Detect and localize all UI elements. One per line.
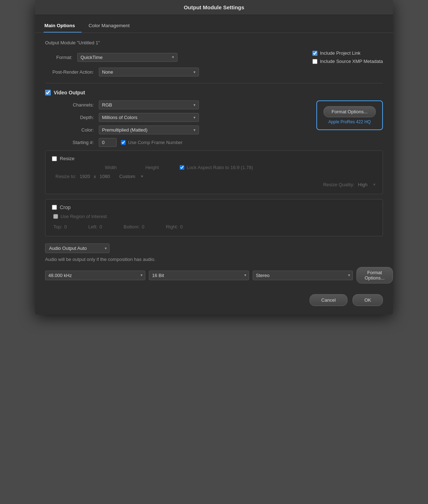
ok-button[interactable]: OK — [352, 294, 383, 306]
bottom-label: Bottom: — [123, 224, 140, 229]
depth-select[interactable]: Millions of Colors Millions of Colors+ T… — [99, 113, 199, 122]
color-label: Color: — [45, 127, 99, 133]
resize-labels-row: Width Height Lock Aspect Ratio to 16:9 (… — [52, 165, 376, 170]
format-hint: Apple ProRes 422 HQ — [328, 119, 371, 124]
channels-select[interactable]: RGB RGBA Alpha — [99, 100, 199, 109]
crop-section: Crop Use Region of Interest Top: 0 Left:… — [45, 199, 383, 236]
channels-label: Channels: — [45, 102, 99, 108]
use-comp-frame-checkbox[interactable] — [121, 140, 126, 145]
crop-values-row: Top: 0 Left: 0 Bottom: 0 Right: 0 — [53, 224, 376, 229]
post-render-select[interactable]: None Import Import & Replace Usage Set P… — [99, 68, 199, 76]
use-comp-frame-label: Use Comp Frame Number — [128, 140, 183, 145]
format-options-button[interactable]: Format Options... — [324, 106, 376, 117]
crop-header: Crop — [52, 204, 376, 210]
format-select[interactable]: QuickTime AVI H.264 PNG — [77, 53, 177, 62]
include-source-xmp-row: Include Source XMP Metadata — [312, 59, 383, 64]
format-select-wrapper: QuickTime AVI H.264 PNG — [77, 53, 177, 62]
resize-x-label: x — [94, 174, 96, 179]
crop-left: Left: 0 — [88, 224, 102, 229]
video-output-checkbox[interactable] — [45, 90, 51, 95]
tab-color-management[interactable]: Color Management — [88, 20, 136, 33]
bottom-buttons: Cancel OK — [45, 294, 383, 306]
sample-rate-wrapper: 48.000 kHz 44.100 kHz 96.000 kHz — [45, 271, 145, 280]
include-project-link-label: Include Project Link — [320, 50, 360, 56]
audio-channels-select[interactable]: Stereo Mono 5.1 — [253, 271, 353, 280]
dialog-title: Output Module Settings — [35, 0, 393, 15]
bit-depth-wrapper: 16 Bit 8 Bit 24 Bit — [149, 271, 249, 280]
starting-num-row: Starting #: Use Comp Frame Number — [45, 138, 199, 147]
include-project-link-checkbox[interactable] — [312, 51, 317, 56]
crop-right: Right: 0 — [166, 224, 183, 229]
lock-aspect-label: Lock Aspect Ratio to 16:9 (1.78) — [187, 165, 253, 170]
main-content: Output Module "Untitled 1" Format: Quick… — [35, 40, 393, 315]
audio-dropdown-row: Audio Output Auto Audio Output On Audio … — [45, 243, 383, 253]
crop-bottom: Bottom: 0 — [123, 224, 144, 229]
width-header: Width — [105, 165, 117, 170]
bottom-value: 0 — [142, 224, 144, 229]
depth-row: Depth: Millions of Colors Millions of Co… — [45, 113, 199, 122]
resize-label: Resize — [60, 156, 74, 161]
tab-main-options[interactable]: Main Options — [44, 20, 82, 33]
format-label: Format: — [45, 55, 77, 60]
sample-rate-select[interactable]: 48.000 kHz 44.100 kHz 96.000 kHz — [45, 271, 145, 280]
audio-channels-wrapper: Stereo Mono 5.1 — [253, 271, 353, 280]
audio-note: Audio will be output only if the composi… — [45, 257, 383, 262]
use-roi-label: Use Region of Interest — [60, 214, 107, 219]
height-header: Height — [145, 165, 159, 170]
resize-width-value: 1920 — [80, 174, 90, 179]
depth-label: Depth: — [45, 115, 99, 120]
crop-checkbox[interactable] — [52, 205, 57, 210]
lock-aspect-checkbox[interactable] — [180, 165, 184, 170]
lock-aspect-row: Lock Aspect Ratio to 16:9 (1.78) — [180, 165, 253, 170]
audio-output-select[interactable]: Audio Output Auto Audio Output On Audio … — [45, 243, 110, 253]
quality-value: High — [358, 182, 368, 187]
crop-top: Top: 0 — [53, 224, 67, 229]
resize-section: Resize Width Height Lock Aspect Ratio to… — [45, 150, 383, 194]
post-render-label: Post-Render Action: — [45, 69, 99, 75]
starting-num-input[interactable] — [99, 138, 117, 147]
use-roi-checkbox[interactable] — [53, 214, 58, 219]
include-source-xmp-checkbox[interactable] — [312, 59, 317, 64]
output-module-dialog: Output Module Settings Main Options Colo… — [35, 0, 393, 315]
left-label: Left: — [88, 224, 97, 229]
resize-header: Resize — [52, 156, 376, 161]
divider-1 — [45, 83, 383, 83]
resize-checkbox[interactable] — [52, 156, 57, 161]
color-select[interactable]: Premultiplied (Matted) Straight (Unmatte… — [99, 125, 199, 134]
quality-label: Resize Quality: — [323, 182, 354, 187]
audio-output-select-wrapper: Audio Output Auto Audio Output On Audio … — [45, 243, 110, 253]
use-comp-frame-row: Use Comp Frame Number — [121, 140, 183, 145]
resize-to-label: Resize to: — [55, 174, 76, 179]
video-output-label: Video Output — [54, 90, 85, 95]
starting-num-label: Starting #: — [45, 140, 99, 145]
format-row: Format: QuickTime AVI H.264 PNG Include … — [45, 50, 383, 64]
use-roi-row: Use Region of Interest — [53, 214, 376, 219]
channels-select-wrapper: RGB RGBA Alpha — [99, 100, 199, 109]
resize-to-row: Resize to: 1920 x 1080 Custom ▼ — [55, 174, 376, 179]
audio-section: Audio Output Auto Audio Output On Audio … — [45, 243, 383, 283]
module-title: Output Module "Untitled 1" — [45, 40, 383, 45]
video-output-header: Video Output — [45, 90, 383, 95]
quality-dropdown-arrow: ▼ — [373, 183, 376, 187]
tabs-row: Main Options Color Management — [35, 15, 393, 33]
color-select-wrapper: Premultiplied (Matted) Straight (Unmatte… — [99, 125, 199, 134]
right-value: 0 — [180, 224, 183, 229]
post-render-row: Post-Render Action: None Import Import &… — [45, 68, 383, 76]
audio-format-options-button[interactable]: Format Options... — [356, 267, 393, 283]
channels-row: Channels: RGB RGBA Alpha — [45, 100, 199, 109]
right-label: Right: — [166, 224, 178, 229]
cancel-button[interactable]: Cancel — [310, 294, 347, 306]
quality-row: Resize Quality: High ▼ — [52, 182, 376, 187]
audio-controls-row: 48.000 kHz 44.100 kHz 96.000 kHz 16 Bit … — [45, 267, 383, 283]
top-value: 0 — [64, 224, 67, 229]
bit-depth-select[interactable]: 16 Bit 8 Bit 24 Bit — [149, 271, 249, 280]
format-options-box: Format Options... Apple ProRes 422 HQ — [316, 100, 383, 130]
top-label: Top: — [53, 224, 62, 229]
left-value: 0 — [99, 224, 102, 229]
resize-dropdown-arrow: ▼ — [140, 174, 144, 178]
depth-select-wrapper: Millions of Colors Millions of Colors+ T… — [99, 113, 199, 122]
color-row: Color: Premultiplied (Matted) Straight (… — [45, 125, 199, 134]
crop-label: Crop — [60, 204, 70, 210]
include-project-link-row: Include Project Link — [312, 50, 383, 56]
resize-custom-value: Custom — [119, 174, 135, 179]
